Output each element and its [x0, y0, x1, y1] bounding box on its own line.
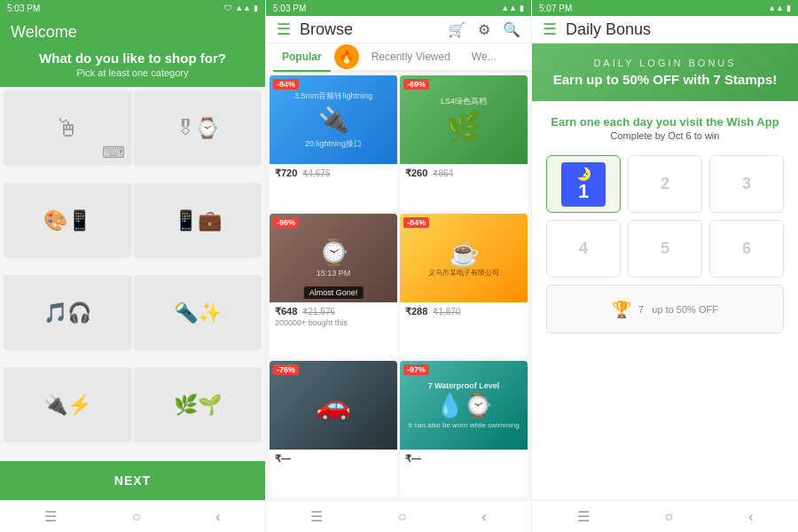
category-img-2: 🎖⌚	[134, 90, 262, 166]
category-img-7: 🔌⚡	[4, 367, 132, 442]
time-1: 5:03 PM	[7, 4, 40, 13]
bonus-menu-icon[interactable]: ☰	[543, 20, 557, 39]
product-card-3[interactable]: ⌚ 15:13 PM -96% Almost Gone! ₹648 ₹21,57…	[270, 214, 397, 359]
nav-menu-icon-3[interactable]: ☰	[577, 508, 590, 525]
price-2: ₹260 ₹864	[405, 168, 522, 179]
panel-bonus: 5:07 PM ▲▲ ▮ ☰ Daily Bonus DAILY LOGIN B…	[532, 0, 798, 532]
price-3: ₹648 ₹21,576	[275, 306, 392, 317]
subtitle-question: What do you like to shop for?	[11, 51, 254, 66]
discount-badge-2: -69%	[403, 79, 429, 90]
stamp-day-4[interactable]: 4	[546, 220, 621, 278]
product-card-1[interactable]: 3.5mm音频转lightning 🔌 20:lightning接口 -84% …	[270, 75, 397, 211]
bonus-banner: DAILY LOGIN BONUS Earn up to 50% OFF wit…	[532, 43, 798, 101]
prize-label: 7 up to 50% OFF	[638, 304, 718, 315]
product-img-1: 3.5mm音频转lightning 🔌 20:lightning接口 -84%	[270, 75, 397, 164]
stamp-day-5[interactable]: 5	[628, 220, 702, 278]
category-img-8: 🌿🌱	[134, 367, 262, 442]
category-colorful[interactable]: 🎨📱	[4, 183, 132, 258]
bonus-content: Earn one each day you visit the Wish App…	[532, 101, 798, 500]
stamp-day-7-prize[interactable]: 🏆 7 up to 50% OFF	[546, 285, 784, 333]
welcome-header: Welcome	[0, 16, 265, 51]
stamp-day-3[interactable]: 3	[709, 155, 784, 213]
status-icons-3: ▲▲ ▮	[768, 4, 791, 12]
status-bar-2: 5:03 PM ▲▲ ▮	[266, 0, 531, 16]
category-img-4: 📱💼	[134, 183, 262, 258]
complete-text: Complete by Oct 6 to win	[546, 130, 784, 141]
tab-fire[interactable]: 🔥	[334, 44, 359, 69]
filter-icon[interactable]: ⚙	[478, 21, 490, 38]
category-outdoor[interactable]: 🌿🌱	[134, 367, 262, 442]
stamp-day-1[interactable]: 🌛 1	[546, 155, 621, 213]
search-icon[interactable]: 🔍	[503, 21, 520, 38]
panel-browse: 5:03 PM ▲▲ ▮ ☰ Browse 🛒 ⚙ 🔍 Popular 🔥 Re…	[266, 0, 532, 532]
moon-icon: 🌛	[576, 167, 591, 181]
welcome-subtitle: What do you like to shop for? Pick at le…	[0, 51, 265, 87]
product-info-2: ₹260 ₹864	[400, 164, 528, 184]
discount-badge-3: -96%	[273, 217, 299, 228]
category-peripherals[interactable]: 🖱 ⌨	[4, 90, 132, 166]
discount-badge-4: -84%	[403, 217, 429, 228]
banner-bg-pattern	[532, 43, 798, 101]
bottom-nav-2: ☰ ○ ‹	[266, 500, 531, 532]
stamp-day-6[interactable]: 6	[709, 220, 784, 278]
category-music[interactable]: 🎵🎧	[4, 275, 132, 350]
bottom-nav-3: ☰ ○ ‹	[532, 500, 798, 532]
product-img-3: ⌚ 15:13 PM -96% Almost Gone!	[270, 214, 397, 302]
status-icons-1: 🛡 ▲▲ ▮	[224, 4, 258, 12]
product-info-1: ₹720 ₹4,675	[270, 164, 397, 184]
tab-more[interactable]: We...	[463, 43, 505, 70]
battery-icon-3: ▮	[786, 4, 791, 12]
nav-back-icon-2[interactable]: ‹	[481, 509, 486, 525]
fire-icon: 🔥	[339, 50, 354, 64]
product-card-6[interactable]: 7 Waterproof Level 💧⌚ It can also be wor…	[400, 361, 528, 497]
nav-menu-icon-1[interactable]: ☰	[44, 508, 57, 525]
product-card-5[interactable]: 🚗 -76% ₹—	[270, 361, 397, 497]
bonus-title: Daily Bonus	[566, 20, 651, 39]
product-img-2: LS4绿色高档 🌿 -69%	[400, 75, 528, 164]
product-info-6: ₹—	[400, 450, 528, 470]
tab-popular[interactable]: Popular	[273, 43, 331, 72]
nav-back-icon-1[interactable]: ‹	[215, 509, 220, 525]
bottom-nav-1: ☰ ○ ‹	[0, 500, 265, 532]
battery-icon-2: ▮	[520, 4, 524, 12]
category-laser[interactable]: 🔦✨	[134, 275, 262, 350]
nav-home-icon-1[interactable]: ○	[132, 509, 141, 525]
products-grid: 3.5mm音频转lightning 🔌 20:lightning接口 -84% …	[266, 72, 531, 500]
hamburger-icon[interactable]: ☰	[277, 20, 291, 39]
category-phone-acc[interactable]: 📱💼	[134, 183, 262, 258]
product-card-2[interactable]: LS4绿色高档 🌿 -69% ₹260 ₹864	[400, 75, 528, 211]
prize-content: 🏆 7 up to 50% OFF	[612, 300, 718, 319]
stamp-day1-content: 🌛 1	[561, 162, 606, 207]
category-military[interactable]: 🎖⌚	[134, 90, 262, 166]
price-4: ₹288 ₹1,870	[405, 306, 522, 317]
wifi-icon-2: ▲▲	[501, 4, 517, 12]
product-card-4[interactable]: ☕ 义乌市某电子有限公司 -84% ₹288 ₹1,870	[400, 214, 528, 359]
subtitle-hint: Pick at least one category	[11, 67, 254, 78]
nav-menu-icon-2[interactable]: ☰	[310, 508, 323, 525]
next-button[interactable]: NEXT	[0, 461, 265, 500]
nav-home-icon-2[interactable]: ○	[398, 509, 407, 525]
price-5: ₹—	[275, 453, 392, 465]
category-img-1: 🖱 ⌨	[4, 90, 132, 166]
nav-back-icon-3[interactable]: ‹	[748, 509, 753, 525]
nav-home-icon-3[interactable]: ○	[665, 509, 674, 525]
product-img-6: 7 Waterproof Level 💧⌚ It can also be wor…	[400, 361, 528, 450]
cart-icon[interactable]: 🛒	[448, 21, 466, 38]
category-cables[interactable]: 🔌⚡	[4, 367, 132, 442]
discount-badge-1: -84%	[273, 79, 299, 90]
battery-icon: ▮	[254, 4, 258, 12]
header-icons: 🛒 ⚙ 🔍	[448, 21, 520, 38]
panel-welcome: 5:03 PM 🛡 ▲▲ ▮ Welcome What do you like …	[0, 0, 266, 532]
status-bar-3: 5:07 PM ▲▲ ▮	[532, 0, 798, 16]
category-img-6: 🔦✨	[134, 275, 262, 350]
price-1: ₹720 ₹4,675	[275, 168, 392, 179]
product-img-4: ☕ 义乌市某电子有限公司 -84%	[400, 214, 528, 302]
wifi-icon-3: ▲▲	[768, 4, 784, 12]
time-3: 5:07 PM	[539, 4, 572, 13]
trophy-icon: 🏆	[612, 300, 631, 319]
wifi-icon: ▲▲	[235, 4, 251, 12]
product-info-4: ₹288 ₹1,870	[400, 302, 528, 323]
discount-badge-5: -76%	[273, 364, 299, 375]
stamp-day-2[interactable]: 2	[628, 155, 702, 213]
tab-recently-viewed[interactable]: Recently Viewed	[363, 43, 459, 70]
